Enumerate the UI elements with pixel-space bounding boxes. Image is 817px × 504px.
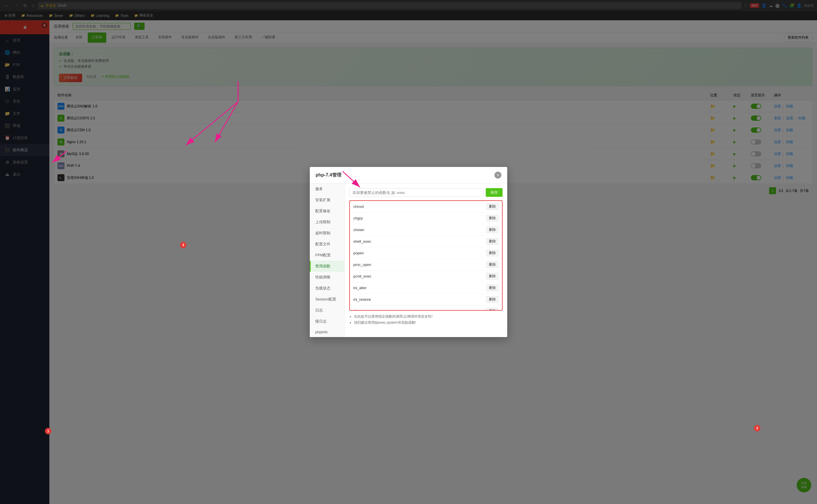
save-button[interactable]: 保存 xyxy=(486,188,503,197)
func-item-ini-restore: ini_restore 删除 xyxy=(350,294,502,305)
modal-menu-session-config[interactable]: Session配置 xyxy=(310,294,344,305)
modal-menu: 服务 安装扩展 配置修改 上传限制 超时限制 配置文件 FPM配置 禁用函数 性… xyxy=(310,183,345,337)
func-name-ini-alter: ini_alter xyxy=(353,286,367,290)
func-item-proc-open: proc_open 删除 xyxy=(350,259,502,271)
func-name-chgrp: chgrp xyxy=(353,216,363,220)
delete-chown-button[interactable]: 删除 xyxy=(486,226,499,233)
func-item-pcntl-exec: pcntl_exec 删除 xyxy=(350,271,502,282)
delete-ini-restore-button[interactable]: 删除 xyxy=(486,296,499,303)
modal-overlay[interactable]: php-7.4管理 × 服务 安装扩展 配置修改 上传限制 超时限制 配置文件 … xyxy=(0,0,817,504)
func-name-shell-exec: shell_exec xyxy=(353,239,371,244)
delete-chroot-button[interactable]: 删除 xyxy=(486,203,499,210)
func-item-chgrp: chgrp 删除 xyxy=(350,213,502,224)
modal-title: php-7.4管理 xyxy=(316,172,341,178)
modal-menu-config[interactable]: 配置修改 xyxy=(310,206,344,217)
info-list: 在此处可以禁用指定函数的调用,以增强环境安全性! 强烈建议禁用如exec,sys… xyxy=(349,314,503,325)
modal-menu-load-status[interactable]: 负载状态 xyxy=(310,283,344,294)
modal-menu-perf-tune[interactable]: 性能调整 xyxy=(310,272,344,283)
modal-menu-log[interactable]: 日志 xyxy=(310,305,344,316)
php-modal: php-7.4管理 × 服务 安装扩展 配置修改 上传限制 超时限制 配置文件 … xyxy=(310,167,507,337)
modal-menu-slow-log[interactable]: 慢日志 xyxy=(310,316,344,327)
delete-proc-open-button[interactable]: 删除 xyxy=(486,261,499,268)
func-item-ini-alter: ini_alter 删除 xyxy=(350,282,502,294)
func-item-popen: popen 删除 xyxy=(350,247,502,259)
delete-chgrp-button[interactable]: 删除 xyxy=(486,215,499,222)
delete-pcntl-exec-button[interactable]: 删除 xyxy=(486,273,499,280)
function-list: chroot 删除 chgrp 删除 chown 删除 shell_exec 删… xyxy=(349,200,503,311)
func-name-pcntl-exec: pcntl_exec xyxy=(353,274,371,278)
delete-dl-button[interactable]: 删除 xyxy=(486,308,499,311)
delete-shell-exec-button[interactable]: 删除 xyxy=(486,238,499,245)
delete-popen-button[interactable]: 删除 xyxy=(486,250,499,256)
modal-menu-upload-limit[interactable]: 上传限制 xyxy=(310,217,344,228)
delete-ini-alter-button[interactable]: 删除 xyxy=(486,285,499,291)
func-item-chown: chown 删除 xyxy=(350,224,502,236)
modal-menu-fpm-config[interactable]: FPM配置 xyxy=(310,250,344,261)
func-item-dl: dl 删除 xyxy=(350,305,502,311)
func-item-chroot: chroot 删除 xyxy=(350,201,502,213)
modal-menu-timeout[interactable]: 超时限制 xyxy=(310,228,344,239)
func-name-chroot: chroot xyxy=(353,204,364,209)
add-function-row: 保存 xyxy=(349,188,503,197)
func-name-proc-open: proc_open xyxy=(353,262,371,267)
func-name-popen: popen xyxy=(353,251,364,255)
info-item-2: 强烈建议禁用如exec,system等危险函数! xyxy=(354,320,503,325)
func-name-chown: chown xyxy=(353,228,364,232)
modal-close-button[interactable]: × xyxy=(494,172,501,179)
modal-menu-service[interactable]: 服务 xyxy=(310,183,344,195)
modal-body: 服务 安装扩展 配置修改 上传限制 超时限制 配置文件 FPM配置 禁用函数 性… xyxy=(310,183,507,337)
modal-menu-config-file[interactable]: 配置文件 xyxy=(310,239,344,250)
modal-menu-phpinfo[interactable]: phpinfo xyxy=(310,327,344,337)
modal-content-area: 保存 chroot 删除 chgrp 删除 chown 删除 xyxy=(345,183,507,337)
func-item-shell-exec: shell_exec 删除 xyxy=(350,236,502,247)
func-name-dl: dl xyxy=(353,309,356,311)
modal-menu-banned-funcs[interactable]: 禁用函数 xyxy=(310,261,344,272)
modal-menu-install-ext[interactable]: 安装扩展 xyxy=(310,195,344,206)
info-item-1: 在此处可以禁用指定函数的调用,以增强环境安全性! xyxy=(354,314,503,319)
function-input[interactable] xyxy=(349,188,483,197)
modal-header: php-7.4管理 × xyxy=(310,167,507,183)
func-name-ini-restore: ini_restore xyxy=(353,297,371,302)
